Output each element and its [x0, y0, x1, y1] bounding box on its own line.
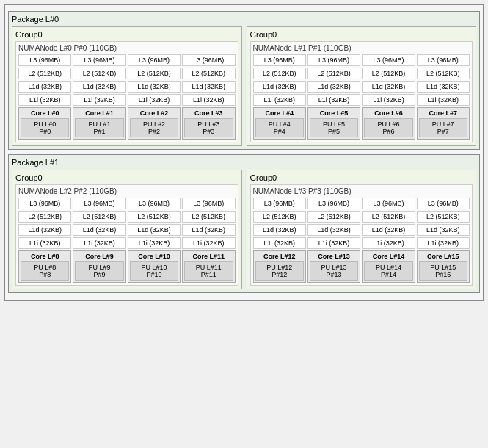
- core-title-1-0-1: Core L#9: [75, 253, 123, 260]
- core-title-0-1-3: Core L#7: [419, 109, 467, 117]
- core-title-1-1-2: Core L#14: [364, 253, 412, 260]
- group-1-0: Group0NUMANode L#2 P#2 (110GB)L3 (96MB)L…: [12, 170, 242, 289]
- cache-row-1-1-1: L2 (512KB)L2 (512KB)L2 (512KB)L2 (512KB): [253, 211, 470, 223]
- pu-box-0-0-1: PU L#1 P#1: [75, 118, 123, 137]
- cache-cell-0-1-0-0: L3 (96MB): [253, 54, 306, 66]
- core-box-0-0-2: Core L#2PU L#2 P#2: [128, 107, 181, 140]
- cache-cell-1-1-2-1: L1d (32KB): [307, 224, 360, 236]
- core-box-0-0-1: Core L#1PU L#1 P#1: [73, 107, 125, 140]
- cache-cell-1-1-1-1: L2 (512KB): [307, 211, 360, 223]
- cores-row-0-1: Core L#4PU L#4 P#4Core L#5PU L#5 P#5Core…: [253, 107, 470, 140]
- numa-title-1-0: NUMANode L#2 P#2 (110GB): [18, 187, 236, 195]
- cache-row-1-1-0: L3 (96MB)L3 (96MB)L3 (96MB)L3 (96MB): [253, 198, 470, 209]
- cache-row-0-0-2: L1d (32KB)L1d (32KB)L1d (32KB)L1d (32KB): [18, 81, 236, 93]
- core-box-0-1-2: Core L#6PU L#6 P#6: [362, 107, 415, 140]
- cache-cell-1-0-3-1: L1i (32KB): [73, 237, 125, 249]
- cache-row-0-0-3: L1i (32KB)L1i (32KB)L1i (32KB)L1i (32KB): [18, 94, 236, 106]
- cache-cell-0-0-0-0: L3 (96MB): [18, 54, 71, 66]
- core-title-1-0-3: Core L#11: [184, 253, 233, 260]
- core-title-1-1-1: Core L#13: [310, 253, 358, 260]
- pu-box-1-0-1: PU L#9 P#9: [75, 261, 123, 281]
- cache-cell-0-1-0-2: L3 (96MB): [362, 54, 415, 66]
- group-title-1-1: Group0: [250, 173, 473, 182]
- core-box-0-1-0: Core L#4PU L#4 P#4: [253, 107, 306, 140]
- numa-title-0-1: NUMANode L#1 P#1 (110GB): [253, 44, 470, 52]
- cache-row-0-1-0: L3 (96MB)L3 (96MB)L3 (96MB)L3 (96MB): [253, 54, 470, 66]
- cache-cell-0-0-1-1: L2 (512KB): [73, 68, 125, 79]
- numa-title-0-0: NUMANode L#0 P#0 (110GB): [18, 44, 236, 52]
- cache-cell-0-0-1-2: L2 (512KB): [128, 68, 181, 79]
- cache-row-0-1-1: L2 (512KB)L2 (512KB)L2 (512KB)L2 (512KB): [253, 68, 470, 79]
- cache-cell-0-0-3-3: L1i (32KB): [182, 94, 235, 106]
- cache-cell-0-1-2-2: L1d (32KB): [362, 81, 415, 93]
- cache-cell-1-1-0-3: L3 (96MB): [417, 198, 470, 209]
- pu-box-0-1-1: PU L#5 P#5: [310, 118, 358, 137]
- core-title-0-0-2: Core L#2: [130, 109, 178, 117]
- cache-cell-0-0-2-3: L1d (32KB): [182, 81, 235, 93]
- numa-title-1-1: NUMANode L#3 P#3 (110GB): [253, 187, 470, 195]
- cache-cell-0-1-1-1: L2 (512KB): [307, 68, 360, 79]
- cache-cell-1-0-1-1: L2 (512KB): [73, 211, 125, 223]
- core-box-1-0-2: Core L#10PU L#10 P#10: [128, 250, 181, 283]
- core-box-1-1-0: Core L#12PU L#12 P#12: [253, 250, 306, 283]
- group-1-1: Group0NUMANode L#3 P#3 (110GB)L3 (96MB)L…: [247, 170, 477, 289]
- pu-box-1-0-0: PU L#8 P#8: [21, 261, 69, 281]
- cache-cell-0-0-3-0: L1i (32KB): [18, 94, 71, 106]
- cache-row-1-1-2: L1d (32KB)L1d (32KB)L1d (32KB)L1d (32KB): [253, 224, 470, 236]
- cache-cell-1-0-3-0: L1i (32KB): [18, 237, 71, 249]
- cache-cell-0-1-3-3: L1i (32KB): [417, 94, 470, 106]
- cache-cell-1-0-2-2: L1d (32KB): [128, 224, 181, 236]
- cache-cell-0-0-1-3: L2 (512KB): [182, 68, 235, 79]
- cache-row-1-0-0: L3 (96MB)L3 (96MB)L3 (96MB)L3 (96MB): [18, 198, 236, 209]
- cache-cell-1-0-0-0: L3 (96MB): [18, 198, 71, 209]
- group-title-0-1: Group0: [250, 30, 473, 39]
- cache-row-0-0-0: L3 (96MB)L3 (96MB)L3 (96MB)L3 (96MB): [18, 54, 236, 66]
- cores-row-1-0: Core L#8PU L#8 P#8Core L#9PU L#9 P#9Core…: [18, 250, 236, 283]
- pu-box-0-1-2: PU L#6 P#6: [364, 118, 412, 137]
- core-box-0-1-1: Core L#5PU L#5 P#5: [307, 107, 360, 140]
- cache-cell-1-0-2-0: L1d (32KB): [18, 224, 71, 236]
- cache-row-1-0-2: L1d (32KB)L1d (32KB)L1d (32KB)L1d (32KB): [18, 224, 236, 236]
- pu-box-1-0-3: PU L#11 P#11: [184, 261, 233, 281]
- cache-cell-0-1-3-1: L1i (32KB): [307, 94, 360, 106]
- cache-cell-1-0-2-3: L1d (32KB): [182, 224, 235, 236]
- core-title-1-0-2: Core L#10: [130, 253, 178, 260]
- cache-cell-0-0-2-2: L1d (32KB): [128, 81, 181, 93]
- core-title-0-1-2: Core L#6: [364, 109, 412, 117]
- pu-box-0-1-3: PU L#7 P#7: [419, 118, 467, 137]
- package-title-0: Package L#0: [12, 15, 476, 24]
- core-box-1-1-2: Core L#14PU L#14 P#14: [362, 250, 415, 283]
- pu-box-1-1-3: PU L#15 P#15: [419, 261, 467, 281]
- cache-cell-1-1-2-2: L1d (32KB): [362, 224, 415, 236]
- cache-cell-1-0-2-1: L1d (32KB): [73, 224, 125, 236]
- core-title-1-1-3: Core L#15: [419, 253, 467, 260]
- package-1: Package L#1Group0NUMANode L#2 P#2 (110GB…: [8, 154, 480, 293]
- cache-cell-1-0-3-3: L1i (32KB): [182, 237, 235, 249]
- cache-cell-1-0-3-2: L1i (32KB): [128, 237, 181, 249]
- cache-cell-1-1-0-0: L3 (96MB): [253, 198, 306, 209]
- pu-box-1-0-2: PU L#10 P#10: [130, 261, 178, 281]
- numa-box-0-1: NUMANode L#1 P#1 (110GB)L3 (96MB)L3 (96M…: [250, 41, 473, 142]
- cache-cell-1-0-1-2: L2 (512KB): [128, 211, 181, 223]
- core-box-0-0-3: Core L#3PU L#3 P#3: [182, 107, 235, 140]
- group-0-0: Group0NUMANode L#0 P#0 (110GB)L3 (96MB)L…: [12, 26, 242, 146]
- core-title-0-0-3: Core L#3: [184, 109, 233, 117]
- cache-cell-0-0-2-0: L1d (32KB): [18, 81, 71, 93]
- pu-box-1-1-2: PU L#14 P#14: [364, 261, 412, 281]
- pu-box-1-1-0: PU L#12 P#12: [255, 261, 304, 281]
- cache-cell-0-1-0-3: L3 (96MB): [417, 54, 470, 66]
- cache-cell-0-1-3-2: L1i (32KB): [362, 94, 415, 106]
- cache-cell-0-0-2-1: L1d (32KB): [73, 81, 125, 93]
- cache-cell-1-1-3-0: L1i (32KB): [253, 237, 306, 249]
- core-title-1-1-0: Core L#12: [255, 253, 304, 260]
- cache-cell-0-1-1-3: L2 (512KB): [417, 68, 470, 79]
- cache-cell-1-1-1-3: L2 (512KB): [417, 211, 470, 223]
- cache-cell-1-1-3-3: L1i (32KB): [417, 237, 470, 249]
- package-title-1: Package L#1: [12, 158, 476, 167]
- cache-cell-0-0-0-1: L3 (96MB): [73, 54, 125, 66]
- cache-cell-0-1-1-0: L2 (512KB): [253, 68, 306, 79]
- core-title-0-1-0: Core L#4: [255, 109, 304, 117]
- numa-box-0-0: NUMANode L#0 P#0 (110GB)L3 (96MB)L3 (96M…: [15, 41, 238, 142]
- machine-box: Package L#0Group0NUMANode L#0 P#0 (110GB…: [4, 4, 484, 301]
- core-title-1-0-0: Core L#8: [21, 253, 69, 260]
